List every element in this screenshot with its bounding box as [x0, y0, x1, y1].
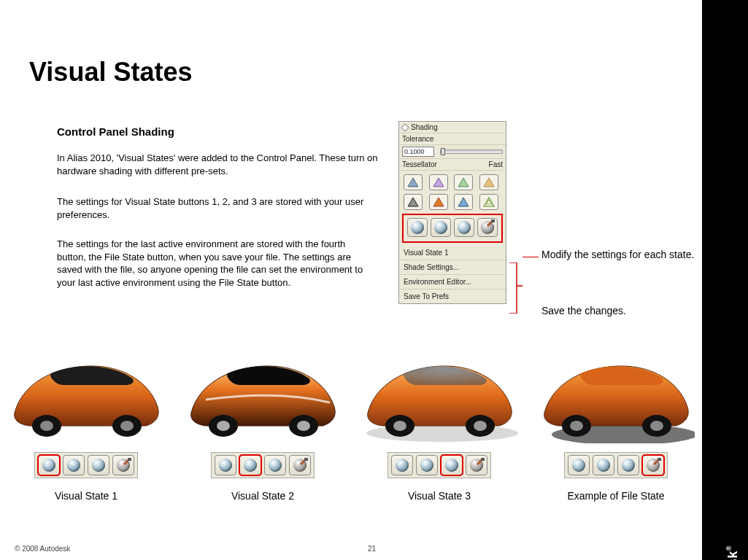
shading-mode-grid-row1 [399, 171, 506, 194]
state-button-row [388, 452, 491, 478]
panel-section-header[interactable]: Shading [399, 122, 506, 133]
brand-logo: Autodesk® [725, 545, 741, 560]
hammer-icon [476, 456, 485, 465]
shade-mode-icon[interactable] [479, 194, 498, 210]
example-col: Visual State 3 [358, 341, 521, 512]
visual-state-1-button[interactable] [215, 455, 236, 475]
file-state-button[interactable] [477, 218, 498, 237]
file-state-button[interactable] [289, 455, 311, 475]
page-number: 21 [368, 545, 376, 553]
page-title: Visual States [29, 57, 192, 88]
shade-mode-icon[interactable] [404, 194, 423, 210]
shade-mode-icon[interactable] [454, 174, 473, 190]
visual-state-2-button[interactable] [63, 455, 85, 475]
svg-point-13 [393, 421, 406, 431]
hammer-icon [299, 456, 309, 465]
paragraph-intro: In Alias 2010, 'Visual States' were adde… [57, 152, 378, 177]
environment-editor-link[interactable]: Environment Editor... [399, 274, 506, 289]
svg-rect-10 [304, 458, 308, 461]
shade-mode-icon[interactable] [454, 194, 473, 210]
example-label: Visual State 1 [55, 490, 117, 502]
brand-sidebar: Autodesk® [702, 0, 748, 560]
svg-point-21 [650, 421, 663, 431]
svg-rect-0 [491, 219, 495, 222]
callout-bracket-icon [509, 262, 523, 314]
visual-state-2-button[interactable] [593, 455, 614, 475]
paragraph-filestate: The settings for the last active environ… [57, 238, 371, 289]
copyright: © 2008 Autodesk [15, 545, 70, 553]
example-col: Example of File State [534, 341, 698, 512]
shade-mode-icon[interactable] [429, 194, 448, 210]
svg-point-4 [120, 421, 134, 431]
file-state-button[interactable] [466, 455, 487, 475]
state-button-row [564, 452, 668, 478]
shading-mode-grid-row2 [399, 194, 506, 214]
callout-modify: Modify the settings for each state. [541, 248, 694, 261]
visual-state-1-button[interactable] [407, 218, 428, 237]
svg-rect-16 [481, 458, 485, 461]
example-label: Visual State 2 [231, 490, 294, 502]
visual-state-1-button[interactable] [568, 455, 590, 475]
svg-point-7 [217, 421, 230, 431]
panel-section-label: Shading [411, 123, 438, 131]
visual-state-3-button[interactable] [264, 455, 286, 475]
tessellator-value[interactable]: Fast [489, 160, 503, 168]
paragraph-prefs: The settings for Visual State buttons 1,… [57, 195, 371, 221]
svg-rect-22 [658, 458, 661, 461]
car-render [360, 341, 518, 443]
svg-point-2 [40, 421, 53, 431]
example-col: Visual State 1 [4, 341, 168, 512]
examples-row: Visual State 1 [4, 341, 698, 512]
visual-state-label: Visual State 1 [399, 246, 506, 260]
shade-mode-icon[interactable] [479, 174, 498, 190]
tolerance-row: Tolerance [399, 133, 506, 145]
visual-state-3-button[interactable] [617, 455, 639, 475]
tolerance-input[interactable]: 0.1000 [402, 147, 434, 157]
callout-line-icon [523, 257, 539, 257]
visual-state-buttons [402, 214, 503, 243]
visual-state-2-button[interactable] [239, 455, 261, 475]
section-subhead: Control Panel Shading [57, 125, 174, 138]
shade-mode-icon[interactable] [404, 174, 423, 190]
tolerance-label: Tolerance [402, 135, 433, 143]
svg-point-19 [570, 421, 583, 431]
pin-icon [401, 123, 409, 131]
hammer-icon [123, 456, 132, 465]
visual-state-3-button[interactable] [454, 218, 474, 237]
car-render [7, 341, 165, 443]
example-label: Example of File State [567, 490, 664, 502]
tolerance-slider[interactable] [440, 149, 503, 154]
car-render [184, 341, 342, 443]
file-state-button[interactable] [112, 455, 134, 475]
visual-state-1-button[interactable] [38, 455, 60, 475]
visual-state-2-button[interactable] [431, 218, 451, 237]
svg-point-9 [297, 421, 310, 431]
hammer-icon [652, 456, 662, 465]
tessellator-label: Tessellator [402, 160, 437, 168]
save-to-prefs-link[interactable]: Save To Prefs [399, 289, 506, 303]
tolerance-input-row: 0.1000 [399, 145, 506, 159]
shade-mode-icon[interactable] [429, 174, 448, 190]
shade-settings-link[interactable]: Shade Settings... [399, 260, 506, 274]
callout-save: Save the changes. [541, 305, 626, 316]
visual-state-2-button[interactable] [416, 455, 438, 475]
visual-state-1-button[interactable] [391, 455, 413, 475]
tessellator-row: Tessellator Fast [399, 159, 506, 171]
car-render [537, 341, 695, 443]
svg-point-15 [474, 421, 487, 431]
hammer-icon [486, 219, 496, 228]
visual-state-3-button[interactable] [88, 455, 109, 475]
example-col: Visual State 2 [181, 341, 344, 512]
svg-rect-5 [128, 458, 131, 461]
visual-state-3-button[interactable] [441, 455, 463, 475]
state-button-row [211, 452, 315, 478]
state-button-row [34, 452, 138, 478]
file-state-button[interactable] [642, 455, 664, 475]
example-label: Visual State 3 [408, 490, 471, 502]
control-panel: Shading Tolerance 0.1000 Tessellator Fas… [398, 121, 506, 304]
